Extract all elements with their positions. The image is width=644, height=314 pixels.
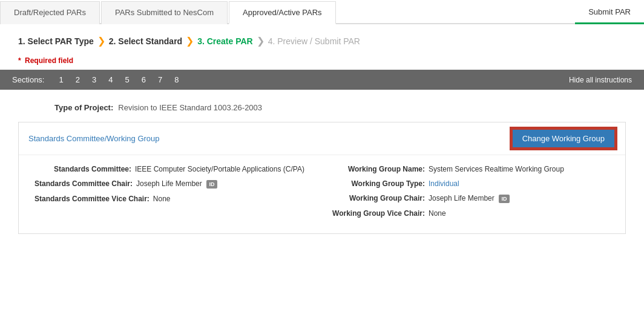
committee-vice-chair-value: None: [153, 195, 171, 203]
wg-type-row: Working Group Type: Individual: [328, 179, 610, 188]
wg-vice-chair-value: None: [429, 209, 446, 218]
section-3[interactable]: 3: [90, 75, 99, 85]
committee-chair-row: Standards Committee Chair: Joseph Life M…: [34, 179, 316, 189]
section-numbers: Sections: 1 2 3 4 5 6 7 8: [12, 75, 181, 85]
wg-name-value: System Services Realtime Working Group: [429, 165, 564, 173]
step-4: 4. Preview / Submit PAR: [268, 36, 360, 46]
required-note: * Required field: [0, 54, 644, 70]
arrow-3: ❯: [257, 35, 264, 47]
tab-draft-rejected[interactable]: Draft/Rejected PARs: [0, 1, 100, 24]
wg-chair-label: Working Group Chair:: [328, 194, 425, 202]
standards-committee-label: Standards Committee:: [34, 165, 131, 173]
wg-right-col: Working Group Name: System Services Real…: [322, 159, 616, 224]
wg-left-col: Standards Committee: IEEE Computer Socie…: [28, 159, 322, 224]
wg-vice-chair-label: Working Group Vice Chair:: [328, 209, 425, 218]
wg-name-label: Working Group Name:: [328, 165, 425, 173]
tabs-bar: Draft/Rejected PARs PARs Submitted to Ne…: [0, 0, 644, 24]
step-2[interactable]: 2. Select Standard: [109, 36, 182, 46]
wg-vice-chair-row: Working Group Vice Chair: None: [328, 209, 610, 218]
wg-section-title[interactable]: Standards Committee/Working Group: [28, 134, 160, 143]
sections-label: Sections:: [12, 75, 44, 84]
section-8[interactable]: 8: [172, 75, 181, 85]
change-working-group-button[interactable]: Change Working Group: [511, 129, 616, 149]
section-6[interactable]: 6: [139, 75, 148, 85]
standards-committee-value: IEEE Computer Society/Portable Applicati…: [135, 165, 304, 173]
wg-section: Standards Committee/Working Group Change…: [18, 122, 626, 234]
committee-vice-chair-row: Standards Committee Vice Chair: None: [34, 195, 316, 203]
sections-bar: Sections: 1 2 3 4 5 6 7 8 Hide all instr…: [0, 70, 644, 90]
wg-chair-row: Working Group Chair: Joseph Life Member …: [328, 194, 610, 203]
chair-id-badge: ID: [206, 180, 217, 189]
arrow-2: ❯: [186, 35, 194, 47]
section-5[interactable]: 5: [122, 75, 131, 85]
wg-type-label: Working Group Type:: [328, 179, 425, 188]
wg-chair-id-badge: ID: [499, 195, 510, 203]
wg-section-header: Standards Committee/Working Group Change…: [19, 122, 625, 155]
standards-committee-row: Standards Committee: IEEE Computer Socie…: [34, 165, 316, 173]
committee-chair-value: Joseph Life Member ID: [136, 179, 217, 189]
type-of-project-value: Revision to IEEE Standard 1003.26-2003: [118, 103, 262, 112]
hide-instructions-link[interactable]: Hide all instructions: [569, 76, 632, 84]
wg-name-row: Working Group Name: System Services Real…: [328, 165, 610, 173]
committee-vice-chair-label: Standards Committee Vice Chair:: [34, 195, 150, 203]
tab-submitted-nescom[interactable]: PARs Submitted to NesCom: [101, 1, 228, 24]
wg-details-grid: Standards Committee: IEEE Computer Socie…: [19, 155, 625, 233]
step-3[interactable]: 3. Create PAR: [197, 36, 253, 46]
section-2[interactable]: 2: [73, 75, 82, 85]
wg-type-value: Individual: [429, 179, 459, 188]
main-content: Type of Project: Revision to IEEE Standa…: [0, 90, 644, 246]
type-of-project-label: Type of Project:: [54, 103, 113, 112]
wg-chair-value: Joseph Life Member ID: [429, 194, 510, 203]
type-of-project-row: Type of Project: Revision to IEEE Standa…: [18, 96, 626, 118]
section-4[interactable]: 4: [106, 75, 115, 85]
steps-breadcrumb: 1. Select PAR Type ❯ 2. Select Standard …: [0, 24, 644, 54]
step-1[interactable]: 1. Select PAR Type: [18, 36, 94, 46]
submit-par-tab[interactable]: Submit PAR: [575, 1, 644, 24]
section-7[interactable]: 7: [156, 75, 165, 85]
tab-approved-active[interactable]: Approved/Active PARs: [229, 1, 336, 24]
arrow-1: ❯: [97, 35, 105, 47]
required-asterisk: *: [18, 56, 21, 65]
section-1[interactable]: 1: [56, 75, 65, 85]
committee-chair-label: Standards Committee Chair:: [34, 179, 133, 188]
